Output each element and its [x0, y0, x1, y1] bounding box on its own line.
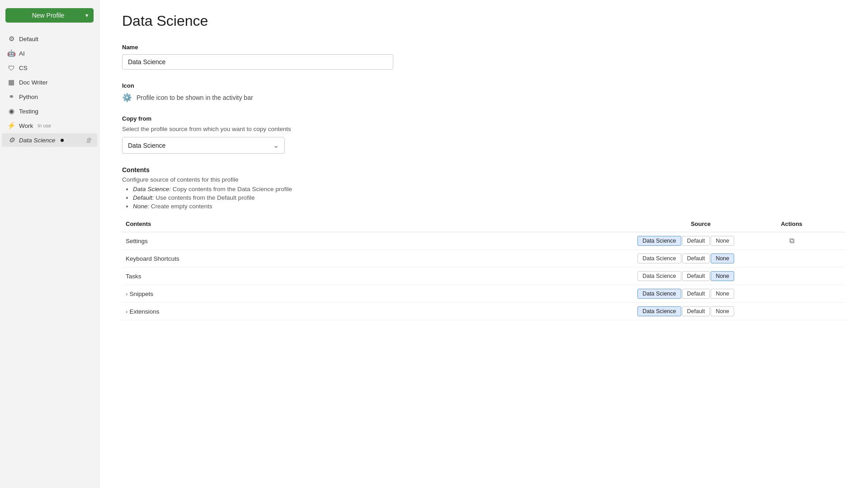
- in-use-badge: In use: [38, 123, 51, 128]
- new-profile-label: New Profile: [11, 12, 85, 19]
- row-name-cell: Keyboard Shortcuts: [122, 250, 349, 267]
- sidebar-item-label-default: Default: [19, 36, 38, 42]
- python-icon: ⚭: [7, 93, 15, 101]
- source-button-group: Data ScienceDefaultNone: [353, 253, 734, 263]
- action-copy-icon[interactable]: ⧉: [787, 236, 797, 245]
- icon-section: Icon ⚙️ Profile icon to be shown in the …: [122, 82, 845, 103]
- source-btn-none[interactable]: None: [711, 306, 734, 316]
- testing-icon: ◉: [7, 107, 15, 115]
- sidebar-item-ai[interactable]: 🤖AI: [2, 47, 97, 60]
- name-section: Name: [122, 44, 845, 70]
- name-input[interactable]: [122, 54, 393, 70]
- table-row: ›ExtensionsData ScienceDefaultNone: [122, 303, 845, 320]
- table-row: ›SnippetsData ScienceDefaultNone: [122, 285, 845, 303]
- source-btn-default[interactable]: Default: [682, 253, 710, 263]
- source-btn-data-science[interactable]: Data Science: [637, 236, 681, 246]
- row-name-cell: ›Extensions: [122, 303, 349, 320]
- copy-from-chevron: ⌄: [273, 141, 279, 150]
- source-btn-data-science[interactable]: Data Science: [637, 271, 681, 281]
- data-science-icon: ⚙: [7, 136, 15, 144]
- main-content: Data Science Name Icon ⚙️ Profile icon t…: [99, 0, 868, 488]
- sidebar-item-cs[interactable]: 🛡CS: [2, 61, 97, 75]
- contents-desc: Configure source of contents for this pr…: [122, 176, 845, 183]
- copy-from-desc: Select the profile source from which you…: [122, 126, 845, 132]
- contents-bullet: None: Create empty contents: [133, 203, 845, 210]
- source-button-group: Data ScienceDefaultNone: [353, 306, 734, 316]
- row-source-cell: Data ScienceDefaultNone: [349, 250, 738, 267]
- default-icon: ⚙: [7, 35, 15, 43]
- work-icon: ⚡: [7, 122, 15, 130]
- icon-desc: Profile icon to be shown in the activity…: [137, 94, 253, 101]
- ai-icon: 🤖: [7, 49, 15, 57]
- col-header-contents: Contents: [122, 218, 349, 232]
- icon-row: ⚙️ Profile icon to be shown in the activ…: [122, 93, 845, 103]
- expand-icon[interactable]: ›: [126, 291, 128, 297]
- sidebar-item-label-work: Work: [19, 122, 33, 129]
- col-header-source: Source: [349, 218, 738, 232]
- source-btn-none[interactable]: None: [711, 289, 734, 299]
- expand-icon[interactable]: ›: [126, 308, 128, 315]
- new-profile-button[interactable]: New Profile ▾: [5, 8, 94, 23]
- sidebar-item-work[interactable]: ⚡WorkIn use: [2, 119, 97, 132]
- contents-label: Contents: [122, 166, 845, 174]
- active-dot: [61, 139, 64, 142]
- cs-icon: 🛡: [7, 64, 15, 72]
- copy-from-label: Copy from: [122, 115, 845, 122]
- sidebar: New Profile ▾ ⚙Default🤖AI🛡CS▦Doc Writer⚭…: [0, 0, 99, 488]
- col-header-actions: Actions: [738, 218, 845, 232]
- source-button-group: Data ScienceDefaultNone: [353, 271, 734, 281]
- delete-icon[interactable]: 🗑: [85, 136, 92, 144]
- contents-table: Contents Source Actions SettingsData Sci…: [122, 218, 845, 320]
- row-label: Settings: [126, 238, 148, 244]
- copy-from-dropdown[interactable]: Data Science ⌄: [122, 137, 285, 154]
- source-btn-default[interactable]: Default: [682, 271, 710, 281]
- row-source-cell: Data ScienceDefaultNone: [349, 232, 738, 250]
- contents-bullets: Data Science: Copy contents from the Dat…: [122, 186, 845, 210]
- row-action-cell: [738, 285, 845, 303]
- row-label: Tasks: [126, 273, 142, 280]
- table-row: Keyboard ShortcutsData ScienceDefaultNon…: [122, 250, 845, 267]
- contents-bullet: Default: Use contents from the Default p…: [133, 194, 845, 201]
- row-name-cell: ›Snippets: [122, 285, 349, 303]
- row-source-cell: Data ScienceDefaultNone: [349, 285, 738, 303]
- copy-from-section: Copy from Select the profile source from…: [122, 115, 845, 154]
- sidebar-item-label-doc-writer: Doc Writer: [19, 79, 48, 86]
- sidebar-item-doc-writer[interactable]: ▦Doc Writer: [2, 75, 97, 89]
- sidebar-item-label-python: Python: [19, 94, 38, 100]
- source-btn-none[interactable]: None: [711, 253, 734, 263]
- sidebar-item-label-ai: AI: [19, 50, 25, 57]
- row-action-cell: [738, 250, 845, 267]
- sidebar-item-label-data-science: Data Science: [19, 137, 55, 144]
- source-btn-default[interactable]: Default: [682, 236, 710, 246]
- row-label: Extensions: [130, 308, 160, 315]
- sidebar-item-default[interactable]: ⚙Default: [2, 32, 97, 46]
- sidebar-item-data-science[interactable]: ⚙Data Science🗑: [2, 133, 97, 147]
- gear-icon[interactable]: ⚙️: [122, 93, 132, 103]
- contents-section: Contents Configure source of contents fo…: [122, 166, 845, 320]
- source-btn-data-science[interactable]: Data Science: [637, 306, 681, 316]
- row-action-cell: [738, 303, 845, 320]
- sidebar-item-python[interactable]: ⚭Python: [2, 90, 97, 103]
- sidebar-item-label-cs: CS: [19, 65, 28, 71]
- doc-writer-icon: ▦: [7, 78, 15, 86]
- row-label: Snippets: [130, 291, 154, 297]
- row-name-cell: Settings: [122, 232, 349, 250]
- table-row: TasksData ScienceDefaultNone: [122, 267, 845, 285]
- source-btn-data-science[interactable]: Data Science: [637, 253, 681, 263]
- icon-label: Icon: [122, 82, 845, 89]
- page-title: Data Science: [122, 13, 845, 29]
- source-btn-data-science[interactable]: Data Science: [637, 289, 681, 299]
- sidebar-item-label-testing: Testing: [19, 108, 38, 115]
- source-btn-default[interactable]: Default: [682, 289, 710, 299]
- row-action-cell: ⧉: [738, 232, 845, 250]
- table-row: SettingsData ScienceDefaultNone⧉: [122, 232, 845, 250]
- source-btn-none[interactable]: None: [711, 236, 734, 246]
- source-btn-none[interactable]: None: [711, 271, 734, 281]
- chevron-down-icon: ▾: [85, 12, 88, 19]
- contents-bullet: Data Science: Copy contents from the Dat…: [133, 186, 845, 192]
- sidebar-item-testing[interactable]: ◉Testing: [2, 104, 97, 118]
- copy-from-value: Data Science: [128, 142, 165, 149]
- source-button-group: Data ScienceDefaultNone: [353, 289, 734, 299]
- source-btn-default[interactable]: Default: [682, 306, 710, 316]
- row-source-cell: Data ScienceDefaultNone: [349, 267, 738, 285]
